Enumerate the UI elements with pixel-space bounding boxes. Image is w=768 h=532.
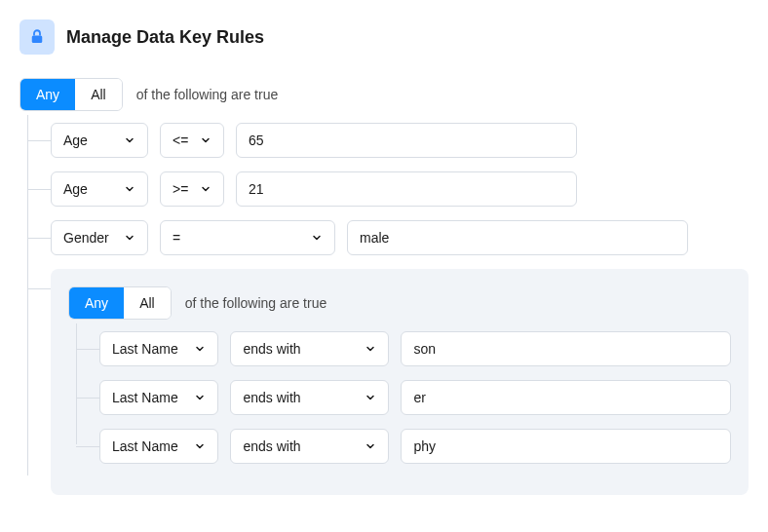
nested-rule-group: Any All of the following are true Last N…	[51, 269, 749, 495]
operator-select[interactable]: ends with	[230, 331, 389, 366]
rule-row: Last Name ends with	[99, 380, 731, 415]
operator-select[interactable]: ends with	[230, 429, 389, 464]
field-select-value: Last Name	[112, 390, 178, 405]
page-header: Manage Data Key Rules	[19, 19, 749, 55]
operator-select-value: ends with	[243, 390, 300, 405]
field-select[interactable]: Last Name	[99, 429, 218, 464]
operator-select[interactable]: ends with	[230, 380, 389, 415]
value-input[interactable]	[347, 220, 688, 255]
value-input[interactable]	[236, 123, 577, 158]
operator-select-value: ends with	[243, 341, 300, 357]
value-input[interactable]	[401, 331, 731, 366]
operator-select-value: =	[173, 230, 180, 246]
field-select-value: Age	[63, 181, 88, 197]
field-select-value: Gender	[63, 230, 109, 246]
value-input[interactable]	[236, 171, 577, 207]
field-select[interactable]: Last Name	[99, 380, 218, 415]
chevron-down-icon	[365, 343, 376, 355]
chevron-down-icon	[365, 392, 376, 403]
group-label: of the following are true	[136, 87, 279, 102]
field-select[interactable]: Age	[51, 123, 148, 158]
operator-select-value: ends with	[243, 438, 300, 454]
chevron-down-icon	[194, 343, 206, 355]
nested-group-label: of the following are true	[185, 295, 327, 311]
operator-select-value: <=	[173, 133, 188, 148]
rule-group: Any All of the following are true Age <=	[19, 78, 749, 495]
operator-select-value: >=	[173, 181, 188, 197]
field-select[interactable]: Gender	[51, 220, 148, 255]
field-select-value: Age	[63, 133, 88, 148]
page-title: Manage Data Key Rules	[66, 27, 264, 48]
rule-row: Age <=	[51, 123, 749, 158]
nested-group-header: Any All of the following are true	[68, 286, 731, 320]
rule-row: Age >=	[51, 171, 749, 207]
field-select-value: Last Name	[112, 438, 178, 454]
chevron-down-icon	[194, 392, 206, 403]
nested-toggle-any-button[interactable]: Any	[69, 287, 124, 319]
rules-container: Age <= Age >=	[19, 123, 749, 495]
svg-rect-0	[32, 36, 43, 44]
operator-select[interactable]: =	[160, 220, 335, 255]
any-all-toggle: Any All	[19, 78, 123, 111]
chevron-down-icon	[200, 183, 211, 195]
toggle-any-button[interactable]: Any	[20, 79, 75, 110]
chevron-down-icon	[194, 440, 206, 452]
chevron-down-icon	[200, 134, 211, 146]
field-select[interactable]: Last Name	[99, 331, 218, 366]
chevron-down-icon	[124, 183, 135, 195]
chevron-down-icon	[124, 232, 135, 244]
nested-any-all-toggle: Any All	[68, 286, 172, 320]
group-header: Any All of the following are true	[19, 78, 749, 111]
lock-icon-box	[19, 19, 55, 55]
value-input[interactable]	[401, 429, 731, 464]
chevron-down-icon	[365, 440, 376, 452]
lock-icon	[28, 28, 46, 46]
rule-row: Gender =	[51, 220, 749, 255]
nested-toggle-all-button[interactable]: All	[124, 287, 171, 319]
operator-select[interactable]: >=	[160, 171, 224, 207]
operator-select[interactable]: <=	[160, 123, 224, 158]
rule-row: Last Name ends with	[99, 429, 731, 464]
field-select[interactable]: Age	[51, 171, 148, 207]
nested-rules-container: Last Name ends with	[68, 331, 731, 464]
toggle-all-button[interactable]: All	[75, 79, 122, 110]
rule-row: Last Name ends with	[99, 331, 731, 366]
value-input[interactable]	[401, 380, 731, 415]
chevron-down-icon	[311, 232, 323, 244]
field-select-value: Last Name	[112, 341, 178, 357]
chevron-down-icon	[124, 134, 135, 146]
